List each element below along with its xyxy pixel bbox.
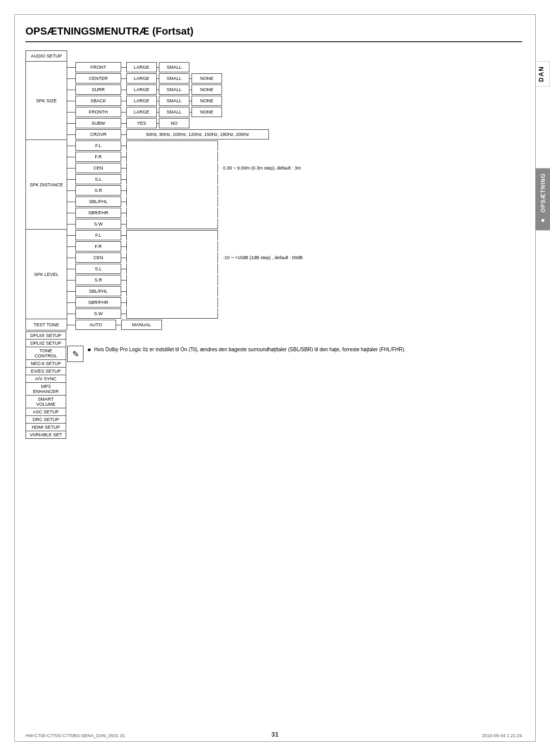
spk-dist-sbrfhr-row: SBR/FHR: [67, 207, 522, 218]
connector-h: [67, 224, 75, 225]
connector-h: [121, 101, 126, 101]
connector-h: [67, 235, 75, 236]
sidebar-item-avsync: A/V SYNC: [25, 375, 66, 383]
dist-note-f2: [126, 152, 218, 162]
page-title: OPSÆTNINGSMENUTRÆ (Fortsat): [25, 25, 522, 42]
connector-h: [121, 67, 126, 68]
note-icon: ✎: [67, 346, 84, 362]
spk-dist-cen-row: CEN 0.30 ~ 9.00m (0.3m step), default : …: [67, 162, 522, 174]
sidebar-item-hdmi: HDMI SETUP: [25, 424, 66, 431]
connector-h: [67, 291, 75, 292]
connector-sback-h: [67, 101, 75, 101]
connector-h2: [121, 190, 126, 191]
page-border-bottom: [14, 741, 536, 742]
spk-center-large: LARGE: [126, 73, 157, 83]
spk-size-sback-row: SBACK LARGE SMALL NONE: [67, 95, 522, 106]
level-note-f4: [126, 264, 218, 274]
connector-h: [67, 314, 75, 314]
spk-distance-label: SPK DISTANCE: [25, 140, 67, 230]
sidebar-item-dpliiz: DPLIIZ SETUP: [25, 340, 66, 347]
audio-setup-label: AUDIO SETUP: [25, 50, 67, 62]
connector-fronth-h: [67, 112, 75, 113]
dan-tab: DAN: [536, 61, 550, 87]
connector-h2: [121, 269, 126, 269]
note-text: Hvis Dolby Pro Logic IIz er indstillet t…: [94, 347, 406, 352]
spk-dist-fl-box: F.L: [75, 141, 121, 151]
connector-h: [67, 302, 75, 303]
connector-h2: [121, 202, 126, 202]
note-bullet: ■: [88, 347, 91, 352]
connector-h2: [121, 280, 126, 281]
sidebar-item-neo6: NEO:6 SETUP: [25, 360, 66, 368]
opsaetning-bullet: ●: [539, 216, 547, 225]
connector-h2: [121, 146, 126, 146]
connector-surr-h: [67, 90, 75, 90]
spk-level-sr-box: S.R: [75, 275, 121, 285]
spk-level-sl-box: S.L: [75, 264, 121, 274]
connector-h: [67, 202, 75, 202]
audio-setup-spacer: [67, 50, 522, 62]
connector-front-h: [67, 67, 75, 68]
note-content: ■ Hvis Dolby Pro Logic IIz er indstillet…: [88, 346, 405, 354]
dist-note-f5: [126, 185, 218, 195]
test-tone-label: TEST TONE: [25, 319, 67, 330]
note-section: ✎ ■ Hvis Dolby Pro Logic IIz er indstill…: [67, 346, 522, 362]
spk-dist-sr-row: S.R: [67, 185, 522, 196]
sidebar-item-drc: DRC SETUP: [25, 416, 66, 424]
spk-level-sw-row: S.W: [67, 308, 522, 319]
sidebar-item-smartvol: SMART VOLUME: [25, 396, 66, 408]
connector-h: [67, 269, 75, 269]
spk-level-sblfhl-row: SBL/FHL: [67, 286, 522, 297]
footer-left: HW-C700-C770S-C770BS-SENA_DAN_0531 31: [25, 733, 125, 738]
spk-size-subw-row: SUBW YES NO: [67, 118, 522, 129]
spk-crovr-box: CROVR: [75, 129, 121, 139]
connector-h2: [121, 157, 126, 157]
spk-level-fr-box: F.R: [75, 241, 121, 251]
page-border-right: [535, 14, 536, 742]
connector-h: [67, 280, 75, 281]
spk-sback-small: SMALL: [159, 96, 189, 106]
spk-level-fl-row: F.L: [67, 230, 522, 241]
sidebar-item-dpliix: DPLIIX SETUP: [25, 331, 66, 340]
spk-center-none: NONE: [191, 73, 222, 83]
spk-dist-fr-box: F.R: [75, 152, 121, 162]
spk-surr-small: SMALL: [159, 85, 189, 95]
spk-surr-large: LARGE: [126, 85, 157, 95]
level-note-f7: [126, 297, 218, 307]
spk-size-surr-row: SURR LARGE SMALL NONE: [67, 84, 522, 95]
sidebar-item-exes: EX/ES SETUP: [25, 368, 66, 375]
spk-level-cen-box: CEN: [75, 253, 121, 263]
spk-crovr-opts: 60Hz, 80Hz, 100Hz, 120Hz, 150Hz, 180Hz, …: [126, 129, 269, 139]
dist-note-f6: [126, 197, 218, 207]
connector-h: [67, 168, 75, 169]
sidebar-item-variable: VARIABLE SET: [25, 431, 66, 439]
spk-size-fronth-row: FRONTH LARGE SMALL NONE: [67, 106, 522, 118]
note-text-line1: ■ Hvis Dolby Pro Logic IIz er indstillet…: [88, 346, 405, 354]
connector-h2: [121, 291, 126, 292]
test-tone-auto: AUTO: [75, 320, 116, 330]
connector-subw-h: [67, 123, 75, 124]
spk-sback-none: NONE: [191, 96, 222, 106]
dist-note-f7: [126, 208, 218, 218]
spk-size-front-row: FRONT LARGE SMALL: [67, 62, 522, 73]
level-note-f8: [126, 309, 218, 319]
connector-h: [121, 112, 126, 113]
connector-h: [121, 123, 126, 124]
connector-crovr-h: [67, 134, 75, 135]
spk-sback-box: SBACK: [75, 96, 121, 106]
connector-h2: [121, 302, 126, 303]
spk-level-sbrfhr-row: SBR/FHR: [67, 297, 522, 308]
dist-note-f3: [126, 163, 218, 173]
opsaetning-label: OPSÆTNING: [540, 173, 546, 212]
connector-h2: [121, 246, 126, 247]
connector-h2: [121, 224, 126, 225]
spk-dist-sr-box: S.R: [75, 185, 121, 195]
spk-dist-fr-row: F.R: [67, 151, 522, 162]
connector-h2: [121, 168, 126, 169]
page-border-left: [14, 14, 15, 742]
note-icon-symbol: ✎: [72, 349, 79, 359]
spk-size-crovr-row: CROVR 60Hz, 80Hz, 100Hz, 120Hz, 150Hz, 1…: [67, 129, 522, 140]
spk-front-box: FRONT: [75, 62, 121, 72]
spk-level-fr-row: F.R: [67, 241, 522, 252]
connector-h: [121, 134, 126, 135]
